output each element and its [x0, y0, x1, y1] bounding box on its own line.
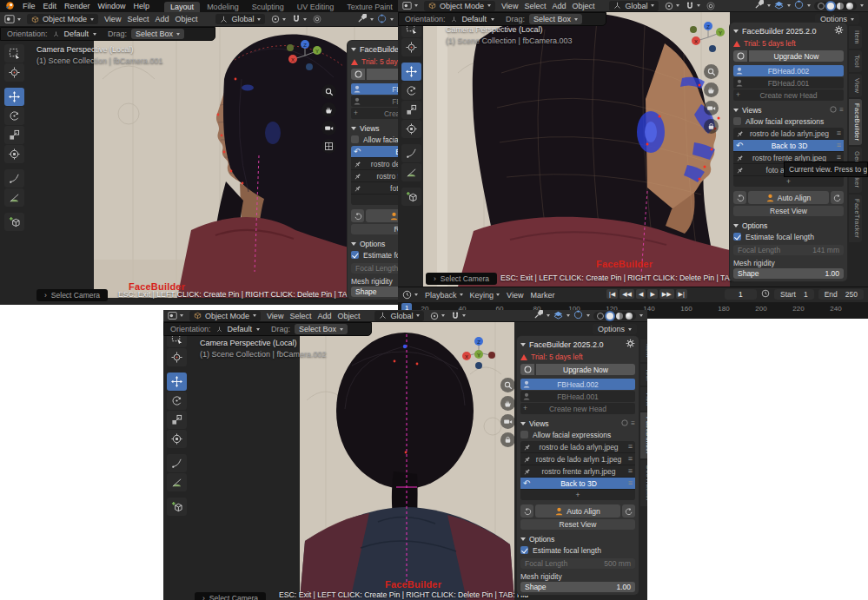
tab-facebuilder[interactable]: FaceBuilder [640, 412, 647, 458]
tool-annotate-icon[interactable] [4, 169, 24, 188]
lock-icon[interactable] [704, 119, 719, 134]
view-row[interactable]: rostro frente arlyn.jpeg≡ [520, 465, 635, 478]
rotate-left-icon[interactable] [520, 504, 533, 518]
camera-view-icon[interactable] [500, 414, 515, 429]
head-item-selected[interactable]: FBHead.002 [520, 379, 635, 390]
snap-magnet-icon[interactable] [451, 312, 466, 320]
tab-item[interactable]: Item [640, 340, 647, 362]
editor-type-icon[interactable] [4, 14, 21, 24]
pivot-point-icon[interactable] [665, 2, 679, 10]
auto-align-button[interactable]: Auto Align [366, 209, 398, 222]
tab-tool[interactable]: Tool [849, 50, 862, 72]
tool-measure-icon[interactable] [167, 473, 187, 491]
tool-transform-icon[interactable] [401, 120, 421, 138]
tool-scale-icon[interactable] [4, 126, 24, 144]
checkbox-checked[interactable] [351, 251, 359, 259]
hamburger-icon[interactable]: ≡ [628, 478, 633, 489]
options-section-header[interactable]: Options [351, 238, 398, 249]
drag-value[interactable]: Select Box [295, 324, 348, 334]
views-section-header[interactable]: Views≡ [351, 122, 398, 134]
upgrade-now-button[interactable]: Upgrade Now [367, 69, 398, 80]
options-section-header[interactable]: Options [733, 220, 844, 231]
views-section-header[interactable]: Views≡ [733, 104, 844, 115]
pan-hand-icon[interactable] [321, 102, 336, 117]
collapse-arrow-icon[interactable] [351, 48, 356, 51]
transform-orientation[interactable]: Global [215, 14, 265, 24]
create-new-head-button[interactable]: +Create new Head [351, 108, 398, 119]
tab-tool[interactable]: Tool [640, 364, 647, 386]
menu-add[interactable]: Add [552, 2, 566, 10]
add-view-button[interactable]: + [733, 176, 844, 187]
workspace-tab-sculpting[interactable]: Sculpting [246, 2, 290, 12]
viewport-3d[interactable]: Orientation: Default Drag: Select Box Op… [163, 322, 647, 600]
timeline-menu-keying[interactable]: Keying [470, 291, 500, 300]
view-row-active[interactable]: ↶Back to 3D≡ [351, 146, 398, 158]
head-item-selected[interactable]: FBHead.002 [351, 83, 398, 95]
timeline-editor-icon[interactable] [402, 290, 418, 300]
upgrade-now-button[interactable]: Upgrade Now [749, 50, 844, 62]
tool-settings-icon[interactable] [533, 310, 543, 321]
help-icon[interactable] [830, 106, 837, 115]
menu-render[interactable]: Render [64, 2, 90, 10]
menu-window[interactable]: Window [98, 2, 126, 10]
tool-add-cube-icon[interactable] [401, 188, 421, 206]
options-dropdown[interactable]: Options [593, 324, 637, 334]
auto-align-button[interactable]: Auto Align [748, 191, 829, 204]
panel-header[interactable]: FaceBuilder 2025.2.0 [520, 339, 635, 350]
reset-view-button[interactable]: Reset View [733, 206, 844, 216]
checkbox-checked[interactable] [520, 546, 528, 554]
view-row-active[interactable]: ↶Back to 3D≡ [520, 478, 635, 490]
menu-file[interactable]: File [23, 2, 36, 10]
tab-view[interactable]: View [640, 387, 647, 411]
head-item-selected[interactable]: FBHead.002 [733, 65, 844, 76]
shape-slider[interactable]: Shape1.00 [733, 268, 844, 279]
views-section-header[interactable]: Views≡ [520, 418, 635, 429]
shading-solid-icon[interactable] [827, 3, 834, 10]
end-frame-field[interactable]: End250 [818, 289, 864, 300]
gizmo-toggle-icon[interactable] [573, 310, 583, 321]
pan-hand-icon[interactable] [500, 396, 515, 411]
tab-facetracker[interactable]: FaceTracker [849, 195, 862, 242]
checkbox-unchecked[interactable] [351, 135, 359, 143]
tool-rotate-icon[interactable] [167, 392, 187, 410]
editor-type-icon[interactable] [402, 1, 418, 10]
pan-hand-icon[interactable] [704, 82, 719, 97]
jump-to-end-button[interactable]: ▶| [676, 289, 687, 299]
tab-item[interactable]: Item [849, 26, 862, 49]
add-view-button[interactable]: + [351, 195, 398, 205]
camera-photo-side-profile-right[interactable] [423, 12, 730, 287]
viewport-3d[interactable]: Orientation: Default Drag: Select Box Op… [398, 12, 868, 287]
tool-scale-icon[interactable] [167, 411, 187, 429]
estimate-focal-row[interactable]: Estimate focal length [520, 544, 635, 556]
overlays-icon[interactable] [774, 0, 784, 11]
reset-view-button[interactable]: Reset View [520, 519, 635, 530]
snap-magnet-icon[interactable] [686, 2, 700, 10]
tool-transform-icon[interactable] [4, 145, 24, 163]
menu-view[interactable]: View [267, 312, 283, 320]
shading-rendered-icon[interactable] [626, 313, 633, 320]
shading-material-icon[interactable] [616, 313, 623, 320]
view-row[interactable]: rostro de lado arlyn.jpeg≡ [733, 128, 844, 140]
editor-type-icon[interactable] [168, 311, 183, 320]
menu-view[interactable]: View [104, 15, 121, 23]
navigation-gizmo[interactable]: Z X Y [688, 17, 728, 57]
select-camera-collapsed[interactable]: ›Select Camera [426, 273, 497, 285]
hamburger-icon[interactable]: ≡ [628, 453, 633, 465]
drag-value[interactable]: Select Box [529, 14, 582, 24]
menu-select[interactable]: Select [524, 2, 546, 10]
timeline-menu-view[interactable]: View [507, 291, 523, 300]
mode-selector[interactable]: Object Mode [189, 311, 261, 321]
tool-select-box-icon[interactable] [4, 44, 24, 63]
menu-view[interactable]: View [501, 2, 518, 10]
workspace-tab-texture-paint[interactable]: Texture Paint [341, 2, 398, 12]
head-item[interactable]: FBHead.001 [733, 77, 844, 89]
panel-header[interactable]: FaceBuilder 2025.2.0 [351, 43, 398, 55]
rotate-left-icon[interactable] [351, 209, 364, 222]
navigation-gizmo[interactable]: Z X Y [285, 36, 325, 76]
keentools-icon[interactable] [733, 50, 747, 62]
hamburger-icon[interactable]: ≡ [628, 441, 633, 452]
tool-rotate-icon[interactable] [4, 107, 24, 125]
view-row[interactable]: foto atras.jpeg≡ [351, 182, 398, 195]
orientation-value[interactable]: Default [64, 30, 89, 38]
zoom-icon[interactable] [321, 84, 336, 99]
